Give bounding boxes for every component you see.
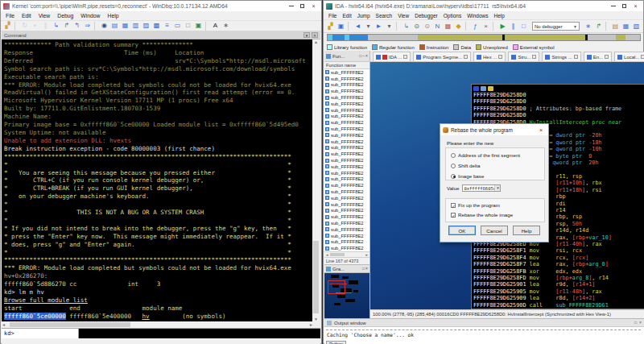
debugger-selector[interactable]: No debugger ▼ bbox=[532, 22, 580, 31]
pause-icon[interactable]: ∥ bbox=[509, 22, 518, 31]
step-trace-icon[interactable]: ↱ bbox=[594, 22, 603, 31]
graph-overview-caption[interactable]: Gra... □ × bbox=[324, 264, 370, 273]
menu-item-file[interactable]: File bbox=[328, 13, 336, 19]
close-panel-icon[interactable]: × bbox=[312, 32, 318, 38]
disasm-line[interactable]: FFFFF8E29D625909 lea r8d, [r14+2] bbox=[473, 295, 644, 301]
command-window-icon[interactable]: ▤ bbox=[110, 22, 119, 31]
structures-icon[interactable]: ▦ bbox=[621, 22, 630, 31]
restore-icon[interactable]: □ bbox=[362, 267, 365, 271]
function-list-item[interactable]: fsub_FFFFF8E2 bbox=[324, 245, 369, 251]
restart-icon[interactable]: ↻ bbox=[20, 22, 29, 31]
close-button[interactable]: × bbox=[630, 2, 641, 10]
function-list-item[interactable]: fsub_FFFFF8E2 bbox=[324, 208, 369, 214]
functions-hscrollbar[interactable]: ◄ ► bbox=[324, 251, 369, 257]
minimize-button[interactable] bbox=[286, 2, 296, 10]
search-icon[interactable]: ⊙ bbox=[412, 22, 421, 31]
step-out-icon[interactable]: ↰ bbox=[72, 22, 81, 31]
menu-item-file[interactable]: File bbox=[6, 13, 14, 19]
graph-overview[interactable] bbox=[324, 273, 370, 318]
registers-window-icon[interactable]: ▨ bbox=[142, 22, 151, 31]
navband-segment[interactable] bbox=[332, 35, 345, 40]
debugger-options-icon[interactable]: ∗ bbox=[584, 22, 592, 31]
function-list-item[interactable]: fsub_FFFFF8E2 bbox=[324, 139, 369, 145]
scroll-down-icon[interactable]: ▼ bbox=[314, 317, 318, 321]
cli-language-button[interactable]: Python bbox=[326, 341, 346, 344]
console-link[interactable]: hv bbox=[142, 313, 150, 320]
windbg-titlebar[interactable]: Kernel 'com:port=\\.\pipe\WinR,pipe,rese… bbox=[1, 1, 321, 11]
cancel-icon[interactable]: × bbox=[481, 22, 490, 31]
checkbox-fix-up-the-program[interactable]: ✓Fix up the program bbox=[451, 202, 500, 208]
close-icon[interactable]: × bbox=[536, 127, 546, 133]
dock-icon[interactable]: ▾ bbox=[303, 32, 310, 38]
call-stack-window-icon[interactable]: ≡ bbox=[163, 22, 171, 31]
options-icon[interactable]: ∗ bbox=[221, 22, 230, 31]
step-over-icon[interactable]: ↱ bbox=[62, 22, 71, 31]
jump-icon[interactable]: ↳ bbox=[402, 22, 411, 31]
menu-item-debugger[interactable]: Debugger bbox=[415, 13, 438, 19]
function-list-item[interactable]: fsub_FFFFF8E2 bbox=[324, 119, 369, 126]
navband-segment[interactable] bbox=[588, 35, 616, 40]
pin-icon[interactable]: – bbox=[362, 54, 365, 58]
navband-segment[interactable] bbox=[625, 35, 639, 40]
functions-column-header[interactable]: Function name bbox=[324, 62, 369, 69]
open-file-icon[interactable]: ▞ bbox=[326, 22, 335, 31]
locals-window-icon[interactable]: ▥ bbox=[131, 22, 140, 31]
menu-item-edit[interactable]: Edit bbox=[22, 13, 31, 19]
scroll-right-icon[interactable]: ► bbox=[309, 322, 313, 327]
disasm-line[interactable]: FFFFF8E29D625901 lea r9d, [r14+1] bbox=[473, 281, 644, 288]
scrollbar-thumb[interactable] bbox=[313, 241, 319, 313]
break-icon[interactable]: ∥ bbox=[41, 22, 50, 31]
function-list-item[interactable]: fsub_FFFFF8E2 bbox=[324, 126, 369, 132]
disasm-line[interactable]: FFFFF8E29D625905 mov [r11-48h], rax bbox=[473, 288, 644, 295]
function-list-item[interactable]: fsub_FFFFF8E2 bbox=[324, 151, 369, 157]
radio-address-of-the-first-segment[interactable]: Address of the first segment bbox=[451, 152, 520, 158]
stop-debugging-icon[interactable]: ▪ bbox=[31, 22, 39, 31]
menu-item-help[interactable]: Help bbox=[108, 13, 119, 19]
tab-stru[interactable]: Stru... bbox=[508, 52, 539, 61]
menu-item-windows[interactable]: Windows bbox=[467, 13, 488, 19]
snapshot-icon[interactable]: ▦ bbox=[444, 22, 452, 31]
sync-icon[interactable] bbox=[488, 86, 493, 91]
menu-item-help[interactable]: Help bbox=[494, 13, 505, 19]
function-list-item[interactable]: fsub_FFFFF8E2 bbox=[324, 233, 369, 239]
memory-window-icon[interactable]: ▩ bbox=[152, 22, 161, 31]
navband-segment[interactable] bbox=[616, 35, 626, 40]
script-icon[interactable]: ƒ bbox=[471, 22, 480, 31]
rebase-dialog-titlebar[interactable]: Rebase the whole program × bbox=[440, 124, 548, 135]
tab-local[interactable]: Local... bbox=[614, 52, 644, 61]
navband-segment[interactable] bbox=[349, 35, 368, 40]
close-button[interactable]: × bbox=[308, 2, 319, 10]
command-output[interactable]: ************* Path validation summary **… bbox=[2, 39, 313, 321]
output-window-caption[interactable]: Output window □ × bbox=[324, 319, 644, 327]
tab-strings[interactable]: Strings ... bbox=[542, 52, 580, 61]
navband-segment[interactable] bbox=[368, 35, 418, 40]
function-list-item[interactable]: fsub_FFFFF8E2 bbox=[324, 201, 369, 208]
function-list-item[interactable]: fsub_FFFFF8E2 bbox=[324, 94, 369, 101]
font-icon[interactable]: A bbox=[211, 22, 220, 31]
disasm-line[interactable]: FFFFF8E29D6258D0 bbox=[473, 112, 644, 118]
function-list-item[interactable]: fsub_FFFFF8E2 bbox=[324, 76, 369, 82]
minimize-button[interactable] bbox=[608, 2, 618, 10]
value-combo[interactable]: 0xfffff8605ce00000 ▼ bbox=[462, 184, 501, 192]
graph-mode-icon[interactable] bbox=[473, 86, 479, 91]
names-icon[interactable]: N bbox=[433, 22, 442, 31]
ida-titlebar[interactable]: IDA - hvix64.i64 (hvix64.exe) D:\ramana\… bbox=[324, 1, 643, 11]
save-icon[interactable]: ▣ bbox=[336, 22, 345, 31]
tab-program-segme[interactable]: Program Segme... bbox=[413, 52, 471, 61]
search-next-icon[interactable]: ⊙ bbox=[423, 22, 431, 31]
function-list-item[interactable]: fsub_FFFFF8E2 bbox=[324, 164, 369, 170]
command-panel-caption[interactable]: Command ▾ × bbox=[2, 31, 320, 39]
close-icon[interactable]: × bbox=[365, 54, 368, 58]
navband-segment[interactable] bbox=[505, 35, 586, 40]
colors-icon[interactable]: ◆ bbox=[454, 22, 463, 31]
close-icon[interactable]: × bbox=[365, 267, 368, 271]
function-list-item[interactable]: fsub_FFFFF8E2 bbox=[324, 132, 369, 139]
navband-segment[interactable] bbox=[418, 35, 502, 40]
disassembly-window-icon[interactable]: ▭ bbox=[173, 22, 182, 31]
scroll-left-icon[interactable]: ◄ bbox=[325, 253, 328, 257]
functions-panel-caption[interactable]: Fun... □ – × bbox=[324, 51, 370, 61]
command-input[interactable] bbox=[79, 329, 320, 338]
cancel-button[interactable]: Cancel bbox=[481, 226, 508, 235]
text-mode-icon[interactable] bbox=[481, 86, 486, 91]
forward-icon[interactable]: ► bbox=[374, 22, 383, 31]
